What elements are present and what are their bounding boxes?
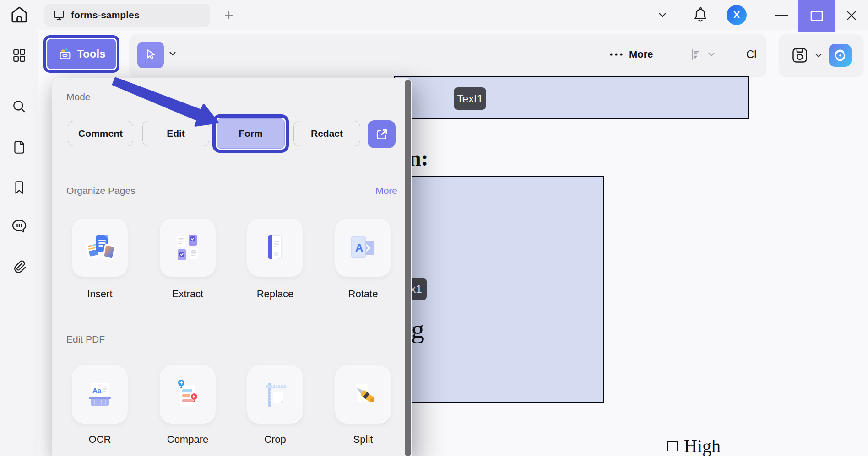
more-tools-label: More bbox=[629, 48, 653, 60]
alignment-dropdown[interactable] bbox=[690, 48, 716, 61]
sidebar bbox=[0, 30, 38, 456]
minimize-icon bbox=[774, 14, 789, 17]
notifications-button[interactable] bbox=[692, 6, 709, 24]
organize-more-link[interactable]: More bbox=[352, 185, 397, 196]
maximize-button[interactable] bbox=[798, 0, 835, 32]
sidebar-item-thumbnails[interactable] bbox=[11, 47, 27, 63]
account-avatar[interactable]: X bbox=[727, 5, 747, 25]
card-crop-label: Crop bbox=[232, 434, 319, 445]
tab-title: forms-samples bbox=[71, 10, 139, 21]
document-checkbox-label: High bbox=[684, 435, 721, 456]
align-objects-icon bbox=[690, 48, 702, 61]
document-tab[interactable]: forms-samples bbox=[44, 4, 210, 27]
split-icon bbox=[347, 379, 379, 411]
sidebar-item-comments[interactable] bbox=[11, 218, 27, 235]
card-rotate[interactable]: A bbox=[335, 219, 391, 277]
save-button[interactable] bbox=[791, 47, 808, 64]
sidebar-item-pages[interactable] bbox=[11, 139, 27, 156]
save-dropdown[interactable] bbox=[814, 52, 823, 59]
card-split-label: Split bbox=[320, 434, 407, 445]
toolbox-icon bbox=[57, 47, 73, 61]
minimize-button[interactable] bbox=[774, 14, 789, 17]
card-extract[interactable] bbox=[160, 219, 216, 277]
home-icon bbox=[9, 5, 29, 25]
grid-icon bbox=[11, 47, 27, 63]
card-replace-label: Replace bbox=[232, 288, 319, 300]
card-crop[interactable] bbox=[247, 365, 303, 424]
form-text-field-2[interactable] bbox=[402, 176, 604, 403]
close-button[interactable] bbox=[845, 9, 858, 22]
svg-text:A: A bbox=[355, 241, 363, 254]
page-icon bbox=[11, 139, 27, 155]
search-icon bbox=[11, 99, 27, 114]
cursor-icon bbox=[144, 48, 157, 62]
card-replace[interactable] bbox=[247, 219, 303, 277]
more-tools-button[interactable]: More bbox=[609, 44, 653, 64]
panel-scrollbar[interactable] bbox=[405, 80, 411, 456]
clipped-toolbar-label[interactable]: Cl bbox=[746, 48, 766, 61]
card-insert[interactable] bbox=[72, 219, 128, 277]
sidebar-item-bookmarks[interactable] bbox=[11, 179, 27, 196]
save-toolbar-group bbox=[779, 34, 863, 76]
card-rotate-label: Rotate bbox=[320, 288, 407, 300]
mode-redact-button[interactable]: Redact bbox=[293, 121, 360, 146]
card-compare-label: Compare bbox=[144, 434, 231, 445]
form-text-field-1[interactable] bbox=[394, 76, 749, 119]
rotate-pages-icon: A bbox=[347, 232, 379, 263]
crop-icon bbox=[260, 379, 291, 410]
paperclip-icon bbox=[11, 259, 27, 275]
avatar-initial: X bbox=[733, 9, 740, 21]
open-mode-external-button[interactable] bbox=[368, 120, 396, 148]
ocr-icon: Aa bbox=[84, 379, 115, 410]
chevron-down-icon bbox=[707, 51, 716, 58]
card-insert-label: Insert bbox=[56, 288, 143, 300]
chevron-down-icon bbox=[168, 50, 178, 58]
home-button[interactable] bbox=[9, 5, 29, 25]
card-ocr-label: OCR bbox=[56, 434, 143, 445]
chevron-down-icon bbox=[656, 11, 668, 19]
card-extract-label: Extract bbox=[144, 288, 231, 300]
sidebar-item-attachments[interactable] bbox=[11, 259, 27, 275]
card-compare[interactable] bbox=[160, 365, 216, 424]
sidebar-item-search[interactable] bbox=[11, 98, 27, 115]
bookmark-icon bbox=[11, 180, 27, 195]
ellipsis-icon bbox=[609, 52, 624, 57]
form-field-tag: Text1 bbox=[454, 87, 486, 110]
select-tool-dropdown[interactable] bbox=[168, 50, 178, 58]
replace-pages-icon bbox=[260, 232, 290, 263]
edit-pdf-title: Edit PDF bbox=[66, 334, 105, 345]
plus-icon bbox=[223, 9, 235, 21]
card-ocr[interactable]: Aa bbox=[72, 365, 128, 424]
tools-button-label: Tools bbox=[77, 48, 105, 60]
maximize-icon bbox=[810, 10, 824, 22]
document-letter-fragment: g bbox=[411, 314, 424, 344]
bell-icon bbox=[692, 6, 709, 24]
insert-pages-icon bbox=[83, 232, 116, 263]
ai-assistant-button[interactable] bbox=[829, 44, 852, 67]
new-tab-button[interactable] bbox=[223, 9, 235, 21]
extract-pages-icon bbox=[172, 232, 203, 263]
close-icon bbox=[845, 9, 858, 22]
card-split[interactable] bbox=[335, 365, 391, 424]
chat-icon bbox=[11, 219, 27, 234]
annotation-arrow bbox=[92, 64, 238, 137]
external-link-icon bbox=[374, 127, 390, 142]
svg-text:Aa: Aa bbox=[92, 386, 102, 394]
organize-pages-title: Organize Pages bbox=[66, 185, 136, 196]
compare-icon bbox=[172, 378, 203, 411]
document-checkbox[interactable] bbox=[667, 441, 678, 451]
mode-section-title: Mode bbox=[66, 91, 91, 102]
screen-icon bbox=[53, 9, 65, 21]
collapse-toolbar-button[interactable] bbox=[656, 11, 668, 19]
